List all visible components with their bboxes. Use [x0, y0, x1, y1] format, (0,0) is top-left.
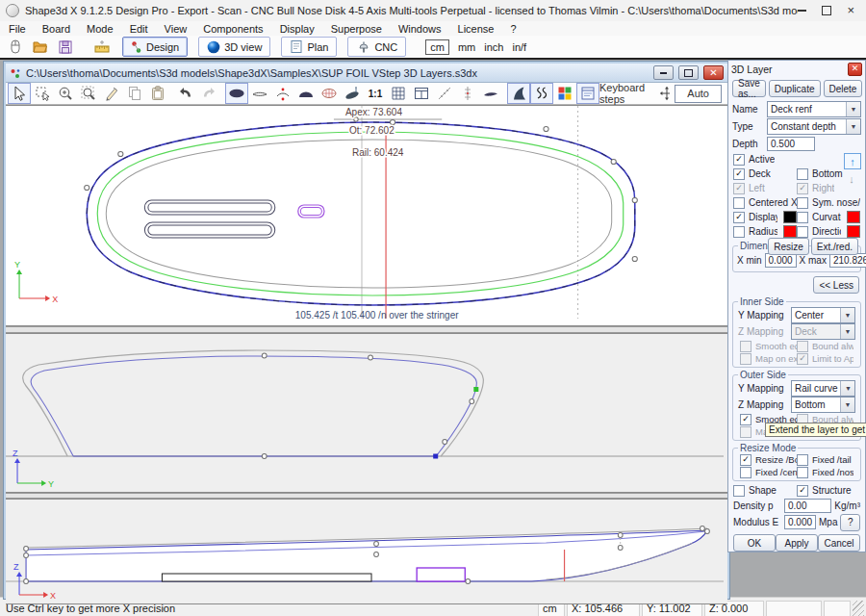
measure-diagonal-icon[interactable] — [433, 83, 456, 104]
layer-type-select[interactable]: Constant depth▼ — [767, 118, 861, 135]
active-checkbox[interactable]: Active — [733, 154, 860, 166]
curvature-checkbox[interactable]: Curvature — [797, 211, 860, 223]
mouse-settings-icon[interactable] — [6, 38, 25, 56]
menu-license[interactable]: License — [458, 23, 495, 35]
fin-box-side[interactable] — [162, 574, 371, 581]
radius-checkbox[interactable]: Radius — [733, 225, 797, 238]
section-control-points[interactable] — [262, 353, 473, 458]
menu-windows[interactable]: Windows — [398, 23, 442, 35]
close-icon[interactable]: × — [847, 6, 854, 15]
panel-splitter[interactable] — [6, 326, 727, 333]
duplicate-button[interactable]: Duplicate — [769, 80, 821, 97]
outline-view-canvas[interactable]: Apex: 73.604 Ot: 72.602 Rail: 60.424 105… — [6, 106, 724, 323]
menu-file[interactable]: File — [9, 23, 26, 35]
structure-checkbox[interactable]: Structure — [797, 485, 860, 497]
directional-checkbox[interactable]: Directional — [797, 225, 860, 238]
deck-view-icon[interactable] — [294, 83, 318, 104]
fixed-nose-checkbox[interactable]: Fixed /nose — [797, 467, 853, 478]
density-input[interactable]: 0.00 — [784, 499, 831, 513]
unit-mm[interactable]: mm — [458, 41, 475, 53]
x-max-input[interactable]: 210.826 — [829, 253, 866, 268]
section-curves[interactable] — [23, 350, 484, 456]
sym-nose-tail-checkbox[interactable]: Sym. nose/tail — [797, 197, 860, 209]
outer-z-mapping-select[interactable]: Bottom▼ — [791, 397, 855, 413]
centered-x-checkbox[interactable]: Centered X — [733, 197, 797, 209]
menu-board[interactable]: Board — [42, 23, 70, 35]
save-as-button[interactable]: Save as... — [732, 80, 766, 97]
selected-point[interactable] — [433, 454, 438, 459]
design-mode-button[interactable]: Design — [122, 37, 188, 57]
copy-icon[interactable] — [123, 83, 146, 104]
curvature-color-swatch[interactable] — [847, 211, 860, 223]
resize-grip[interactable] — [853, 601, 864, 616]
fin-boxes[interactable] — [144, 200, 274, 238]
minimize-icon[interactable] — [798, 10, 806, 12]
doc-restore-icon[interactable] — [678, 65, 699, 80]
plan-button[interactable]: Plan — [281, 37, 337, 57]
move-cross-icon[interactable] — [659, 86, 671, 101]
open-folder-icon[interactable] — [31, 38, 50, 56]
menu-view[interactable]: View — [165, 23, 188, 35]
menu-edit[interactable]: Edit — [130, 23, 148, 35]
rocker-view-icon[interactable] — [248, 83, 271, 104]
keyboard-steps-auto-button[interactable]: Auto — [675, 85, 722, 103]
resize-button[interactable]: Resize — [768, 238, 809, 255]
move-layer-down-button[interactable]: ↓ — [844, 171, 859, 186]
3d-view-button[interactable]: 3D view — [198, 37, 270, 57]
apply-button[interactable]: Apply — [776, 534, 818, 552]
extend-reduce-button[interactable]: Ext./red. — [811, 238, 858, 255]
measure-vertical-icon[interactable] — [456, 83, 479, 104]
less-button[interactable]: << Less — [813, 276, 859, 294]
redo-icon[interactable] — [197, 83, 220, 104]
menu-display[interactable]: Display — [280, 23, 315, 35]
display-checkbox[interactable]: Display — [733, 211, 797, 223]
maximize-icon[interactable] — [822, 6, 831, 15]
highlighted-point[interactable] — [473, 387, 478, 392]
help-button[interactable]: ? — [840, 514, 860, 531]
doc-close-icon[interactable]: ✕ — [703, 65, 724, 80]
ruler-icon[interactable] — [92, 38, 112, 56]
inner-y-mapping-select[interactable]: Center▼ — [791, 307, 855, 323]
cancel-button[interactable]: Cancel — [818, 534, 860, 552]
delete-button[interactable]: Delete — [824, 80, 863, 97]
menu-components[interactable]: Components — [203, 23, 263, 35]
zoom-in-icon[interactable] — [54, 83, 77, 104]
doc-minimize-icon[interactable] — [653, 65, 674, 80]
section-view-icon[interactable] — [271, 83, 294, 104]
profile-slice-icon[interactable] — [479, 83, 502, 104]
panes-icon[interactable] — [410, 83, 433, 104]
directional-color-swatch[interactable] — [847, 225, 860, 238]
perspective-view-icon[interactable] — [341, 83, 364, 104]
colors-icon[interactable] — [553, 83, 576, 104]
outline-view-icon[interactable] — [225, 83, 248, 104]
section-view-canvas[interactable]: Z Y — [6, 334, 724, 490]
pointer-tool-icon[interactable] — [8, 83, 31, 104]
outer-y-mapping-select[interactable]: Rail curve▼ — [791, 380, 855, 397]
edit-pen-icon[interactable] — [100, 83, 123, 104]
depth-input[interactable]: 0.500 — [767, 137, 815, 151]
deck-checkbox[interactable]: Deck — [733, 168, 797, 180]
save-icon[interactable] — [56, 38, 75, 56]
paste-icon[interactable] — [146, 83, 169, 104]
unit-inf[interactable]: in/f — [512, 41, 526, 53]
menu-mode[interactable]: Mode — [87, 23, 114, 35]
ok-button[interactable]: OK — [733, 534, 776, 552]
scale-1-1[interactable]: 1:1 — [364, 83, 387, 104]
menu-help[interactable]: ? — [510, 23, 516, 35]
layer-name-select[interactable]: Deck renf▼ — [767, 101, 861, 117]
profile-view-canvas[interactable]: Z X — [6, 500, 724, 602]
panel-close-icon[interactable]: ✕ — [848, 63, 862, 76]
fixed-center-y-checkbox[interactable]: Fixed /center Y — [740, 467, 797, 478]
guidelines-icon[interactable] — [530, 83, 553, 104]
unit-inch[interactable]: inch — [484, 41, 503, 53]
vent-box-side[interactable] — [417, 568, 465, 581]
marquee-select-icon[interactable] — [31, 83, 54, 104]
wireframe-view-icon[interactable] — [318, 83, 341, 104]
cnc-button[interactable]: CNC — [347, 37, 406, 57]
fin-tool-icon[interactable] — [507, 83, 530, 104]
properties-panel-icon[interactable] — [576, 83, 599, 104]
resize-board-checkbox[interactable]: Resize /Board — [740, 454, 797, 466]
unit-cm[interactable]: cm — [425, 39, 449, 55]
zoom-window-icon[interactable] — [77, 83, 100, 104]
menu-superpose[interactable]: Superpose — [331, 23, 382, 35]
